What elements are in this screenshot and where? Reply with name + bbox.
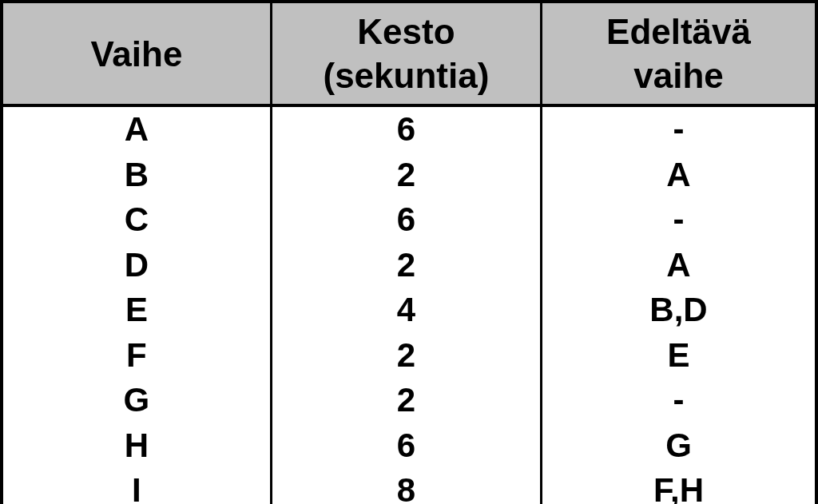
- header-vaihe-text: Vaihe: [90, 34, 182, 73]
- cell-vaihe: H: [3, 423, 271, 469]
- cell-kesto: 6: [271, 197, 541, 243]
- cell-edeltava: A: [542, 153, 815, 198]
- header-edeltava-line1: Edeltävä: [606, 12, 751, 51]
- cell-kesto: 8: [271, 468, 541, 504]
- cell-vaihe: D: [3, 243, 271, 288]
- table-row: B 2 A: [3, 153, 815, 198]
- cell-edeltava: B,D: [542, 288, 815, 333]
- table-row: F 2 E: [3, 333, 815, 379]
- table-row: A 6 -: [3, 105, 815, 153]
- header-kesto: Kesto (sekuntia): [271, 3, 541, 105]
- cell-vaihe: I: [3, 468, 271, 504]
- cell-vaihe: C: [3, 197, 271, 243]
- header-row: Vaihe Kesto (sekuntia) Edeltävä vaihe: [3, 3, 815, 105]
- cell-edeltava: F,H: [542, 468, 815, 504]
- cell-vaihe: B: [3, 153, 271, 198]
- cell-edeltava: -: [542, 105, 815, 153]
- cell-vaihe: A: [3, 105, 271, 153]
- cell-edeltava: E: [542, 333, 815, 379]
- table-row: H 6 G: [3, 423, 815, 469]
- cell-vaihe: F: [3, 333, 271, 379]
- cell-edeltava: G: [542, 423, 815, 469]
- precedence-table-container: Vaihe Kesto (sekuntia) Edeltävä vaihe A …: [0, 0, 818, 504]
- cell-kesto: 2: [271, 153, 541, 198]
- cell-kesto: 6: [271, 105, 541, 153]
- cell-kesto: 2: [271, 333, 541, 379]
- header-edeltava-line2: vaihe: [633, 56, 724, 95]
- table-body: A 6 - B 2 A C 6 - D 2 A E 4 B,D: [3, 105, 815, 504]
- cell-edeltava: -: [542, 378, 815, 423]
- cell-edeltava: -: [542, 197, 815, 243]
- header-kesto-line2: (sekuntia): [324, 56, 490, 95]
- precedence-table: Vaihe Kesto (sekuntia) Edeltävä vaihe A …: [3, 3, 815, 504]
- cell-vaihe: E: [3, 288, 271, 333]
- cell-kesto: 2: [271, 378, 541, 423]
- header-vaihe: Vaihe: [3, 3, 271, 105]
- table-row: D 2 A: [3, 243, 815, 288]
- cell-kesto: 4: [271, 288, 541, 333]
- header-kesto-line1: Kesto: [357, 12, 455, 51]
- table-row: E 4 B,D: [3, 288, 815, 333]
- cell-edeltava: A: [542, 243, 815, 288]
- table-row: I 8 F,H: [3, 468, 815, 504]
- table-row: G 2 -: [3, 378, 815, 423]
- table-row: C 6 -: [3, 197, 815, 243]
- cell-kesto: 6: [271, 423, 541, 469]
- table-header: Vaihe Kesto (sekuntia) Edeltävä vaihe: [3, 3, 815, 105]
- header-edeltava: Edeltävä vaihe: [542, 3, 815, 105]
- cell-kesto: 2: [271, 243, 541, 288]
- cell-vaihe: G: [3, 378, 271, 423]
